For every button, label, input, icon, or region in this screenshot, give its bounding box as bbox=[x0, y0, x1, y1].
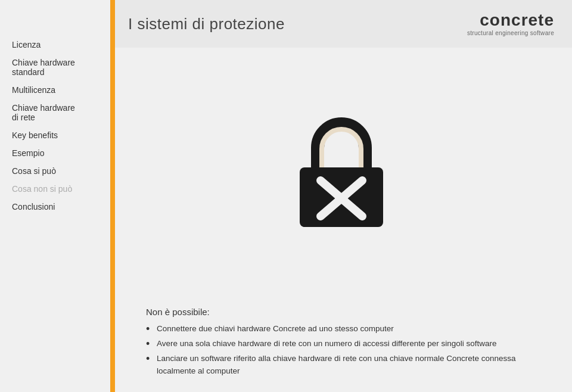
sidebar-item-conclusioni[interactable]: Conclusioni bbox=[12, 198, 110, 216]
sidebar-item-esempio[interactable]: Esempio bbox=[12, 144, 110, 162]
header: I sistemi di protezione concrete structu… bbox=[110, 0, 572, 48]
sidebar: Licenza Chiave hardwarestandard Multilic… bbox=[0, 0, 110, 392]
bullet-list: Connettere due chiavi hardware Concrete … bbox=[146, 323, 524, 378]
sidebar-item-cosa-si-puo[interactable]: Cosa si può bbox=[12, 162, 110, 180]
bottom-text-area: Non è possibile: Connettere due chiavi h… bbox=[134, 295, 548, 392]
logo-brand: concrete bbox=[480, 12, 554, 29]
page-title: I sistemi di protezione bbox=[128, 15, 285, 33]
main-content: I sistemi di protezione concrete structu… bbox=[110, 0, 572, 392]
bullet-item-2: Avere una sola chiave hardware di rete c… bbox=[146, 338, 524, 350]
lock-icon bbox=[294, 115, 389, 234]
sidebar-item-key-benefits[interactable]: Key benefits bbox=[12, 126, 110, 144]
sidebar-item-chiave-hardware-standard[interactable]: Chiave hardwarestandard bbox=[12, 54, 110, 81]
bullet-item-3: Lanciare un software riferito alla chiav… bbox=[146, 353, 524, 378]
lock-illustration bbox=[134, 54, 548, 295]
page-wrapper: Licenza Chiave hardwarestandard Multilic… bbox=[0, 0, 572, 392]
content-area: Non è possibile: Connettere due chiavi h… bbox=[110, 48, 572, 392]
sidebar-item-multilicenza[interactable]: Multilicenza bbox=[12, 81, 110, 99]
section-heading: Non è possibile: bbox=[146, 307, 524, 317]
sidebar-item-chiave-hardware-rete[interactable]: Chiave hardwaredi rete bbox=[12, 99, 110, 126]
bullet-item-1: Connettere due chiavi hardware Concrete … bbox=[146, 323, 524, 335]
logo-area: concrete structural engineering software bbox=[467, 12, 554, 36]
sidebar-item-cosa-non-si-puo[interactable]: Cosa non si può bbox=[12, 180, 110, 198]
logo-subtitle: structural engineering software bbox=[467, 30, 554, 36]
orange-divider-bar bbox=[110, 0, 115, 392]
sidebar-item-licenza[interactable]: Licenza bbox=[12, 36, 110, 54]
